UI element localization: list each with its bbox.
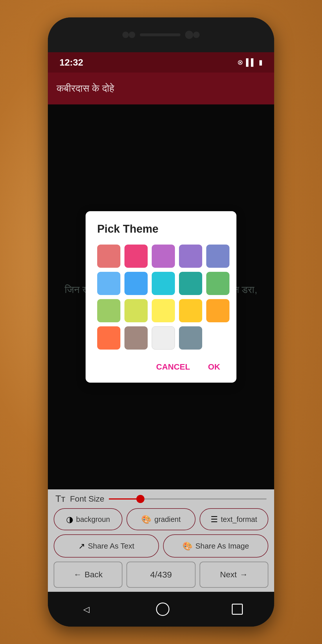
android-home-button[interactable] bbox=[156, 603, 169, 616]
dialog-title: Pick Theme bbox=[97, 223, 225, 235]
phone-screen: 12:32 ⊗ ▌▌ ▮ कबीरदास के दोहे जिन खोजा ति… bbox=[48, 52, 274, 592]
font-size-icon: Tт bbox=[55, 493, 65, 504]
color-swatch-lime[interactable] bbox=[124, 299, 148, 322]
gradient-button[interactable]: 🎨 gradient bbox=[126, 508, 195, 530]
gradient-label: gradient bbox=[154, 515, 180, 524]
status-icons: ⊗ ▌▌ ▮ bbox=[237, 58, 263, 66]
gradient-icon: 🎨 bbox=[141, 515, 151, 524]
bottom-bezel: ◁ bbox=[48, 592, 274, 627]
camera-dot-left bbox=[122, 32, 129, 38]
color-swatch-pink[interactable] bbox=[124, 245, 148, 268]
color-swatch-light-green[interactable] bbox=[97, 299, 120, 322]
next-arrow-icon: → bbox=[240, 570, 248, 579]
background-icon: ◑ bbox=[66, 515, 73, 524]
color-swatch-blue-grey[interactable] bbox=[179, 326, 202, 350]
back-button[interactable]: ← Back bbox=[54, 562, 122, 588]
share-image-icon: 🎨 bbox=[182, 541, 193, 551]
color-swatch-grey[interactable] bbox=[152, 326, 175, 350]
text-format-button[interactable]: ☰ text_format bbox=[200, 508, 268, 530]
font-size-slider-fill bbox=[109, 498, 140, 500]
camera-dot-right bbox=[193, 32, 200, 38]
color-swatch-blue-light[interactable] bbox=[97, 272, 120, 295]
color-swatch-orange[interactable] bbox=[206, 299, 229, 322]
share-text-label: Share As Text bbox=[88, 542, 134, 551]
color-swatch-purple[interactable] bbox=[179, 245, 202, 268]
background-label: backgroun bbox=[76, 515, 110, 524]
page-counter-text: 4/439 bbox=[150, 570, 172, 580]
back-arrow-icon: ← bbox=[74, 570, 82, 579]
tool-buttons-row: ◑ backgroun 🎨 gradient ☰ text_format bbox=[54, 508, 268, 530]
android-back-button[interactable]: ◁ bbox=[79, 602, 94, 616]
android-recents-button[interactable] bbox=[232, 604, 243, 615]
signal-icon: ▌▌ bbox=[246, 58, 256, 66]
page-counter: 4/439 bbox=[126, 562, 195, 588]
color-swatch-yellow[interactable] bbox=[179, 299, 202, 322]
next-button[interactable]: Next → bbox=[200, 562, 268, 588]
color-swatch-green[interactable] bbox=[206, 272, 229, 295]
font-size-row: Tт Font Size bbox=[54, 493, 268, 504]
dialog-actions: CANCEL OK bbox=[97, 360, 225, 374]
nav-buttons-row: ← Back 4/439 Next → bbox=[54, 562, 268, 588]
text-format-label: text_format bbox=[221, 515, 257, 524]
dialog-overlay: Pick Theme bbox=[48, 104, 274, 489]
color-swatch-blue[interactable] bbox=[124, 272, 148, 295]
notification-icon: ⊗ bbox=[237, 58, 243, 66]
back-label: Back bbox=[85, 570, 103, 579]
background-button[interactable]: ◑ backgroun bbox=[54, 508, 122, 530]
color-swatch-brown[interactable] bbox=[124, 326, 148, 350]
content-area: जिन खोजा तिन पाइया, गहरे पानी पैठ, मैं ब… bbox=[48, 104, 274, 489]
color-swatch-cyan[interactable] bbox=[152, 272, 175, 295]
color-swatch-salmon[interactable] bbox=[97, 245, 120, 268]
next-label: Next bbox=[220, 570, 237, 579]
font-size-slider[interactable] bbox=[109, 498, 267, 500]
pick-theme-dialog: Pick Theme bbox=[86, 211, 236, 383]
share-as-text-button[interactable]: ↗ Share As Text bbox=[54, 534, 159, 558]
color-swatch-teal[interactable] bbox=[179, 272, 202, 295]
color-swatch-purple-light[interactable] bbox=[152, 245, 175, 268]
share-image-label: Share As Image bbox=[196, 542, 249, 551]
color-swatch-deep-orange[interactable] bbox=[97, 326, 120, 350]
status-time: 12:32 bbox=[59, 57, 83, 68]
battery-icon: ▮ bbox=[259, 58, 263, 66]
share-text-icon: ↗ bbox=[78, 541, 85, 551]
text-format-icon: ☰ bbox=[211, 515, 218, 524]
color-grid bbox=[97, 245, 225, 350]
status-bar: 12:32 ⊗ ▌▌ ▮ bbox=[48, 52, 274, 73]
camera-dot-mid bbox=[129, 32, 135, 38]
app-bar-title: कबीरदास के दोहे bbox=[57, 83, 114, 94]
ok-button[interactable]: OK bbox=[203, 360, 225, 374]
app-bar: कबीरदास के दोहे bbox=[48, 73, 274, 104]
share-as-image-button[interactable]: 🎨 Share As Image bbox=[163, 534, 268, 558]
phone-frame: 12:32 ⊗ ▌▌ ▮ कबीरदास के दोहे जिन खोजा ति… bbox=[48, 17, 274, 627]
top-bezel bbox=[48, 17, 274, 52]
share-buttons-row: ↗ Share As Text 🎨 Share As Image bbox=[54, 534, 268, 558]
speaker-bar bbox=[140, 33, 180, 36]
cancel-button[interactable]: CANCEL bbox=[151, 360, 195, 374]
color-swatch-indigo[interactable] bbox=[206, 245, 229, 268]
font-size-label: Font Size bbox=[70, 494, 104, 504]
color-swatch-yellow-light[interactable] bbox=[152, 299, 175, 322]
bottom-toolbar: Tт Font Size ◑ backgroun 🎨 gradient bbox=[48, 489, 274, 592]
front-camera bbox=[185, 31, 193, 39]
font-size-slider-thumb[interactable] bbox=[136, 495, 144, 503]
